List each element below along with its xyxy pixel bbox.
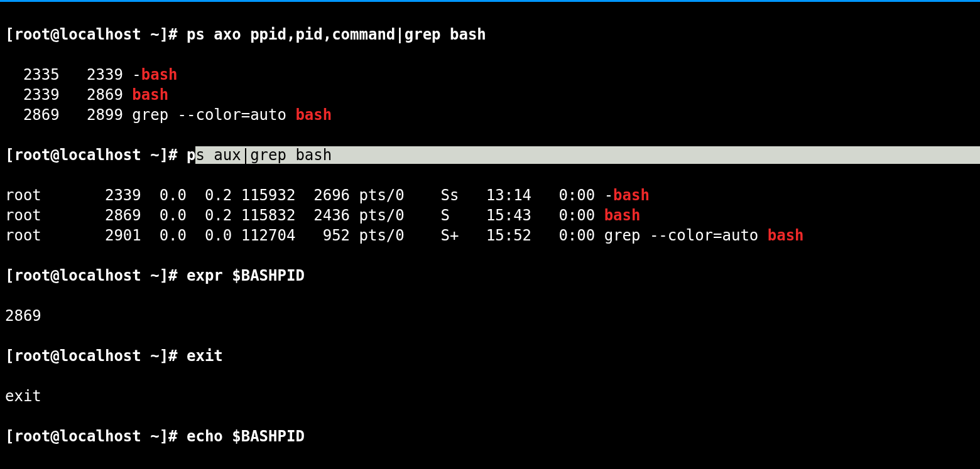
output-line: 2869: [5, 306, 975, 326]
shell-prompt: [root@localhost ~]#: [5, 26, 187, 43]
grep-match: bash: [613, 186, 650, 204]
ps-aux-row: root 2901 0.0 0.0 112704 952 pts/0 S+ 15…: [5, 225, 975, 245]
grep-match: bash: [132, 86, 168, 104]
grep-match: bash: [141, 66, 178, 84]
shell-prompt: [root@localhost ~]#: [5, 146, 187, 164]
ps-axo-output-1: 2335 2339 -bash 2339 2869 bash 2869 2899…: [5, 65, 975, 125]
terminal-line: [root@localhost ~]# ps axo ppid,pid,comm…: [5, 24, 975, 45]
output-line: exit: [5, 386, 975, 406]
selection-tail: [332, 146, 980, 164]
output-line: 2339: [5, 466, 975, 469]
selected-text[interactable]: s aux|grep bash: [195, 146, 332, 164]
terminal-line: [root@localhost ~]# ps aux|grep bash: [5, 145, 975, 165]
command-text: exit: [187, 347, 223, 365]
ps-aux-output-1: root 2339 0.0 0.2 115932 2696 pts/0 Ss 1…: [5, 185, 975, 245]
grep-match: bash: [604, 207, 641, 224]
command-text: ps axo ppid,pid,command|grep bash: [187, 26, 486, 43]
grep-match: bash: [295, 106, 332, 124]
ps-aux-row: root 2869 0.0 0.2 115832 2436 pts/0 S 15…: [5, 205, 975, 225]
command-text: p: [187, 146, 195, 164]
command-text: expr $BASHPID: [187, 267, 305, 284]
ps-aux-row: root 2339 0.0 0.2 115932 2696 pts/0 Ss 1…: [5, 185, 975, 205]
shell-prompt: [root@localhost ~]#: [5, 347, 187, 365]
grep-match: bash: [768, 227, 804, 244]
ps-axo-row: 2339 2869 bash: [5, 85, 975, 105]
terminal-line: [root@localhost ~]# exit: [5, 346, 975, 366]
shell-prompt: [root@localhost ~]#: [5, 428, 187, 445]
terminal-line: [root@localhost ~]# expr $BASHPID: [5, 266, 975, 286]
terminal-line: [root@localhost ~]# echo $BASHPID: [5, 426, 975, 446]
terminal[interactable]: [root@localhost ~]# ps axo ppid,pid,comm…: [0, 2, 980, 469]
ps-axo-row: 2335 2339 -bash: [5, 65, 975, 85]
ps-axo-row: 2869 2899 grep --color=auto bash: [5, 105, 975, 125]
command-text: echo $BASHPID: [187, 428, 305, 445]
shell-prompt: [root@localhost ~]#: [5, 267, 187, 284]
